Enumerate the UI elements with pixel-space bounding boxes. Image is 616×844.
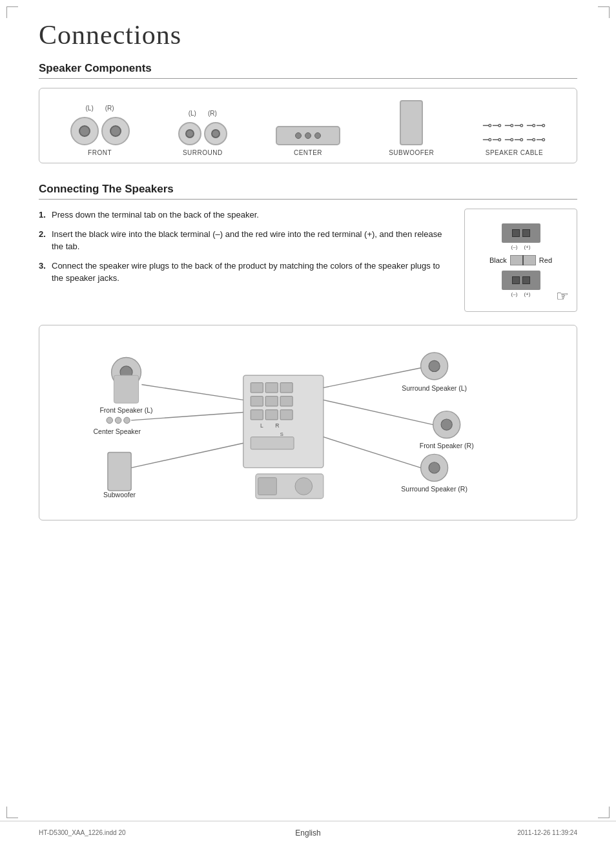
step-2-text: Insert the black wire into the black ter… <box>52 229 442 252</box>
center-dot-1 <box>295 132 302 139</box>
svg-rect-3 <box>280 383 293 393</box>
front-speaker-left-inner <box>79 125 90 137</box>
front-speaker-left <box>70 117 99 145</box>
cable-conn-5: ⊸⊸ <box>504 134 524 145</box>
svg-text:Front Speaker (R): Front Speaker (R) <box>420 442 474 449</box>
svg-point-25 <box>115 417 121 424</box>
corner-mark-br <box>598 807 610 818</box>
cable-conn-3: ⊸⊸ <box>526 119 546 131</box>
center-dot-2 <box>305 132 311 139</box>
red-label: Red <box>539 256 552 264</box>
front-l-label: (L) <box>86 105 94 112</box>
footer-left: HT-D5300_XAA_1226.indd 20 <box>39 829 126 836</box>
step-3-number: 3. <box>39 260 46 273</box>
surround-label: SURROUND <box>183 149 223 156</box>
subwoofer-label: SUBWOOFER <box>389 149 434 156</box>
svg-text:Subwoofer: Subwoofer <box>103 491 136 499</box>
terminal-diagram: (–) (+) Black Red <box>489 223 552 297</box>
step-2-number: 2. <box>39 228 46 241</box>
speaker-item-center: CENTER <box>276 109 340 156</box>
svg-rect-7 <box>251 410 263 420</box>
svg-text:S: S <box>280 431 283 437</box>
page-title: Connections <box>39 19 577 50</box>
speaker-item-front: (L) (R) FRONT <box>70 105 130 156</box>
speaker-item-subwoofer: SUBWOOFER <box>389 100 434 156</box>
cable-row-1: ⊸⊸ ⊸⊸ ⊸⊸ <box>482 119 546 131</box>
svg-text:R: R <box>275 422 279 429</box>
svg-text:Surround Speaker (R): Surround Speaker (R) <box>401 486 467 493</box>
terminal-top: (–) (+) <box>502 223 540 250</box>
svg-line-33 <box>141 385 243 400</box>
terminal-sq-2 <box>522 229 530 237</box>
steps-list: 1. Press down the terminal tab on the ba… <box>39 209 451 291</box>
terminal-sq-4 <box>522 276 530 284</box>
speaker-components-section: Speaker Components (L) (R) FRONT <box>39 62 577 163</box>
surround-speaker-left-inner <box>185 129 194 138</box>
terminal-minus-1: (–) <box>511 244 518 250</box>
speaker-item-cable: ⊸⊸ ⊸⊸ ⊸⊸ ⊸⊸ ⊸⊸ ⊸⊸ SPEAKER CABLE <box>482 119 546 156</box>
svg-rect-1 <box>251 383 263 393</box>
cable-conn-6: ⊸⊸ <box>526 134 546 145</box>
corner-mark-tr <box>598 6 610 18</box>
connecting-section: Connecting The Speakers 1. Press down th… <box>39 183 577 312</box>
svg-rect-41 <box>258 478 277 495</box>
svg-rect-6 <box>280 396 293 406</box>
step-1-number: 1. <box>39 209 46 221</box>
svg-point-31 <box>429 462 440 473</box>
surround-speaker-right <box>204 122 227 145</box>
cable-icon: ⊸⊸ ⊸⊸ ⊸⊸ ⊸⊸ ⊸⊸ ⊸⊸ <box>482 119 546 145</box>
front-r-label: (R) <box>105 105 114 112</box>
cable-label: SPEAKER CABLE <box>486 149 543 156</box>
terminal-labels-bottom: (–) (+) <box>511 291 531 297</box>
front-lr-labels: (L) (R) <box>86 105 114 112</box>
svg-text:Center Speaker: Center Speaker <box>93 428 141 435</box>
step-3-text: Connect the speaker wire plugs to the ba… <box>52 261 440 283</box>
center-label: CENTER <box>294 149 322 156</box>
svg-rect-16 <box>114 375 138 403</box>
footer-right: 2011-12-26 11:39:24 <box>517 829 577 836</box>
page: Connections Speaker Components (L) (R) <box>0 0 616 844</box>
svg-rect-5 <box>265 396 278 406</box>
surround-speaker-left <box>178 122 201 145</box>
terminal-plus-1: (+) <box>524 244 530 250</box>
footer: HT-D5300_XAA_1226.indd 20 English 2011-1… <box>0 821 616 844</box>
svg-rect-4 <box>251 396 263 406</box>
center-dot-3 <box>314 132 321 139</box>
terminal-labels-top: (–) (+) <box>511 244 531 250</box>
svg-text:L: L <box>260 422 263 429</box>
terminal-bar-left <box>510 255 536 265</box>
front-speaker-right-inner <box>110 125 121 137</box>
terminal-minus-2: (–) <box>511 291 518 297</box>
step-3: 3. Connect the speaker wire plugs to the… <box>39 260 451 285</box>
svg-point-40 <box>295 478 313 495</box>
cable-conn-4: ⊸⊸ <box>482 134 502 145</box>
terminal-diagram-box: (–) (+) Black Red <box>464 209 577 312</box>
surround-l-label: (L) <box>189 110 196 117</box>
speaker-item-surround: (L) (R) SURROUND <box>178 110 227 156</box>
step-2: 2. Insert the black wire into the black … <box>39 228 451 253</box>
step-1: 1. Press down the terminal tab on the ba… <box>39 209 451 221</box>
svg-point-19 <box>429 360 440 371</box>
black-label: Black <box>489 256 507 264</box>
footer-language: English <box>295 829 320 838</box>
cable-conn-1: ⊸⊸ <box>482 119 502 131</box>
svg-rect-2 <box>265 383 278 393</box>
cable-conn-2: ⊸⊸ <box>504 119 524 131</box>
terminal-sq-3 <box>512 276 520 284</box>
svg-rect-28 <box>108 453 131 491</box>
svg-rect-8 <box>265 410 278 420</box>
surround-speaker-pair <box>178 122 227 145</box>
terminal-sq-1 <box>512 229 520 237</box>
svg-point-26 <box>124 417 130 424</box>
cable-row-2: ⊸⊸ ⊸⊸ ⊸⊸ <box>482 134 546 145</box>
connecting-heading: Connecting The Speakers <box>39 183 577 200</box>
front-label: FRONT <box>88 149 112 156</box>
connection-diagram-svg: L R S Front Speaker (L) Surround Speaker… <box>52 338 564 505</box>
corner-mark-tl <box>6 6 18 18</box>
center-speaker-shape <box>276 126 340 145</box>
svg-text:Surround Speaker (L): Surround Speaker (L) <box>402 385 467 392</box>
connecting-content: 1. Press down the terminal tab on the ba… <box>39 209 577 312</box>
svg-line-35 <box>131 443 243 468</box>
terminal-block-top <box>502 223 540 243</box>
svg-text:Front Speaker (L): Front Speaker (L) <box>99 407 152 414</box>
